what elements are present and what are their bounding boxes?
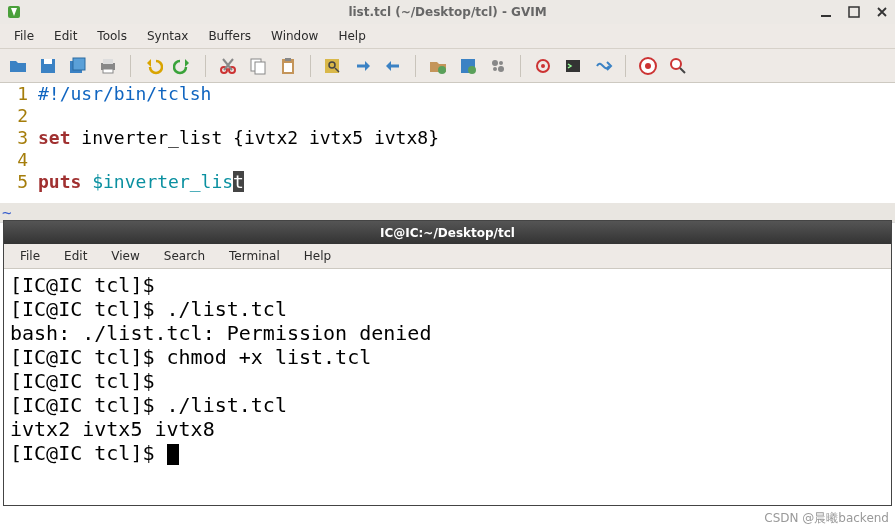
save-all-icon[interactable] <box>66 54 90 78</box>
term-line: [IC@IC tcl]$ <box>10 441 167 465</box>
svg-point-21 <box>468 66 476 74</box>
copy-icon[interactable] <box>246 54 270 78</box>
line-number: 2 <box>0 105 28 127</box>
shell-icon[interactable] <box>561 54 585 78</box>
term-menu-file[interactable]: File <box>10 247 50 265</box>
gvim-menubar: File Edit Tools Syntax Buffers Window He… <box>0 24 895 49</box>
line-number: 3 <box>0 127 28 149</box>
tags-icon[interactable] <box>591 54 615 78</box>
term-menu-view[interactable]: View <box>101 247 149 265</box>
load-session-icon[interactable] <box>426 54 450 78</box>
gvim-menu-syntax[interactable]: Syntax <box>139 27 196 45</box>
redo-icon[interactable] <box>171 54 195 78</box>
svg-point-30 <box>645 63 651 69</box>
gvim-title: list.tcl (~/Desktop/tcl) - GVIM <box>0 5 895 19</box>
svg-rect-1 <box>821 15 831 17</box>
save-icon[interactable] <box>36 54 60 78</box>
gvim-menu-edit[interactable]: Edit <box>46 27 85 45</box>
toolbar-separator <box>205 55 206 77</box>
svg-rect-13 <box>255 62 265 74</box>
line-number: 5 <box>0 171 28 193</box>
svg-rect-4 <box>44 59 52 64</box>
code-blank <box>38 105 439 127</box>
paste-icon[interactable] <box>276 54 300 78</box>
term-line: [IC@IC tcl]$ <box>10 273 167 297</box>
term-line: [IC@IC tcl]$ chmod +x list.tcl <box>10 345 371 369</box>
svg-point-23 <box>498 66 504 72</box>
term-line: [IC@IC tcl]$ ./list.tcl <box>10 297 287 321</box>
svg-point-25 <box>499 61 503 65</box>
gvim-toolbar <box>0 49 895 83</box>
terminal-cursor <box>167 444 179 465</box>
gvim-menu-tools[interactable]: Tools <box>89 27 135 45</box>
make-icon[interactable] <box>531 54 555 78</box>
gvim-cursor: t <box>233 171 244 192</box>
maximize-icon[interactable] <box>847 5 861 19</box>
print-icon[interactable] <box>96 54 120 78</box>
svg-rect-8 <box>103 59 113 64</box>
svg-rect-9 <box>103 69 113 73</box>
svg-rect-28 <box>566 60 580 72</box>
code-variable: $inverter_lis <box>81 171 233 192</box>
code-blank <box>38 149 439 171</box>
watermark: CSDN @晨曦backend <box>764 510 889 527</box>
cut-icon[interactable] <box>216 54 240 78</box>
terminal-body[interactable]: [IC@IC tcl]$ [IC@IC tcl]$ ./list.tcl bas… <box>4 269 891 505</box>
toolbar-separator <box>310 55 311 77</box>
find-help-icon[interactable] <box>666 54 690 78</box>
gvim-code[interactable]: #!/usr/bin/tclsh set inverter_list {ivtx… <box>38 83 439 203</box>
term-line: [IC@IC tcl]$ <box>10 369 167 393</box>
code-text: inverter_list {ivtx2 ivtx5 ivtx8} <box>71 127 439 148</box>
svg-point-27 <box>541 64 545 68</box>
svg-point-22 <box>492 60 498 66</box>
undo-icon[interactable] <box>141 54 165 78</box>
minimize-icon[interactable] <box>819 5 833 19</box>
gvim-menu-window[interactable]: Window <box>263 27 326 45</box>
svg-rect-6 <box>73 58 85 70</box>
term-line: [IC@IC tcl]$ ./list.tcl <box>10 393 287 417</box>
svg-rect-16 <box>284 63 292 72</box>
term-menu-search[interactable]: Search <box>154 247 215 265</box>
terminal-window: IC@IC:~/Desktop/tcl File Edit View Searc… <box>3 220 892 506</box>
line-number: 1 <box>0 83 28 105</box>
open-icon[interactable] <box>6 54 30 78</box>
svg-point-24 <box>493 67 497 71</box>
svg-point-31 <box>671 59 681 69</box>
term-menu-terminal[interactable]: Terminal <box>219 247 290 265</box>
terminal-titlebar[interactable]: IC@IC:~/Desktop/tcl <box>4 221 891 244</box>
line-number: 4 <box>0 149 28 171</box>
gvim-menu-file[interactable]: File <box>6 27 42 45</box>
gvim-menu-help[interactable]: Help <box>330 27 373 45</box>
gvim-titlebar[interactable]: list.tcl (~/Desktop/tcl) - GVIM <box>0 0 895 24</box>
close-icon[interactable] <box>875 5 889 19</box>
term-line: bash: ./list.tcl: Permission denied <box>10 321 431 345</box>
save-session-icon[interactable] <box>456 54 480 78</box>
term-menu-help[interactable]: Help <box>294 247 341 265</box>
svg-rect-15 <box>285 58 291 61</box>
terminal-title: IC@IC:~/Desktop/tcl <box>380 226 515 240</box>
toolbar-separator <box>625 55 626 77</box>
gvim-gutter: 1 2 3 4 5 <box>0 83 38 203</box>
term-line: ivtx2 ivtx5 ivtx8 <box>10 417 215 441</box>
toolbar-separator <box>520 55 521 77</box>
find-replace-icon[interactable] <box>321 54 345 78</box>
code-keyword-set: set <box>38 127 71 148</box>
gvim-menu-buffers[interactable]: Buffers <box>200 27 259 45</box>
gvim-window: list.tcl (~/Desktop/tcl) - GVIM File Edi… <box>0 0 895 223</box>
run-script-icon[interactable] <box>486 54 510 78</box>
code-keyword-puts: puts <box>38 171 81 192</box>
term-menu-edit[interactable]: Edit <box>54 247 97 265</box>
terminal-menubar: File Edit View Search Terminal Help <box>4 244 891 269</box>
help-icon[interactable] <box>636 54 660 78</box>
svg-point-19 <box>438 66 446 74</box>
svg-rect-2 <box>849 7 859 17</box>
find-next-icon[interactable] <box>351 54 375 78</box>
gvim-editor[interactable]: 1 2 3 4 5 #!/usr/bin/tclsh set inverter_… <box>0 83 895 203</box>
find-prev-icon[interactable] <box>381 54 405 78</box>
toolbar-separator <box>130 55 131 77</box>
toolbar-separator <box>415 55 416 77</box>
code-shebang: #!/usr/bin/tclsh <box>38 83 211 104</box>
